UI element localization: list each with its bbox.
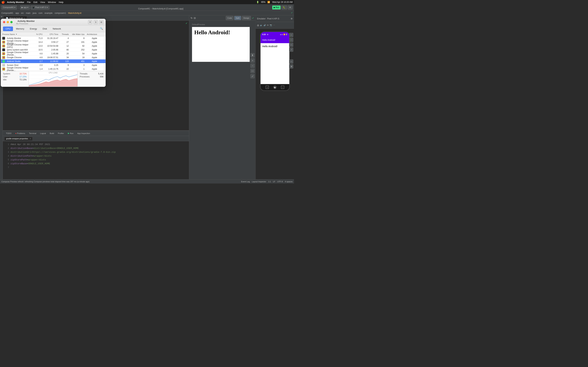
menu-window[interactable]: Window: [48, 1, 56, 3]
status-message: Compose Preview refresh: refreshing Comp…: [1, 181, 89, 183]
phone-statusbar: 9:20 ⚙ ▲▲ 📶 🔋: [260, 32, 289, 37]
tab-problems[interactable]: ●Problems: [14, 131, 27, 136]
stat-user-label: User:: [3, 75, 8, 78]
table-row[interactable]: Google Chrome Helper (Rende... 4.6 1:45.…: [1, 52, 105, 56]
tab-gradle-wrapper[interactable]: gradle-wrapper.properties ×: [4, 137, 33, 141]
phone-home-btn[interactable]: ⬤: [273, 86, 277, 89]
screenshot-icon[interactable]: 📷: [270, 24, 272, 26]
am-close-btn[interactable]: [3, 21, 5, 23]
row-icon: [2, 60, 5, 63]
preview-download-btn[interactable]: ⬇: [251, 53, 255, 57]
am-view-icon-btn[interactable]: ⊞: [99, 20, 104, 24]
am-tab-memory[interactable]: Memory: [13, 26, 27, 31]
app-selector[interactable]: ▶ app ▾: [20, 5, 30, 10]
status-event-log[interactable]: Event Log: [241, 181, 250, 183]
design-view-btn[interactable]: Design: [242, 16, 251, 20]
code-view-btn[interactable]: Code: [226, 16, 233, 20]
rotate-icon[interactable]: ⟳: [267, 24, 269, 26]
device-selector[interactable]: 📱 Pixel 4 API S ▾: [31, 5, 50, 10]
am-tab-network[interactable]: Network: [50, 26, 64, 31]
menu-file[interactable]: File: [27, 1, 31, 3]
col-idle[interactable]: Idle Wake Ups: [69, 33, 85, 35]
emulator-zoom-out-btn[interactable]: −: [289, 38, 293, 42]
more-icon[interactable]: ⋯: [273, 24, 275, 26]
col-process-name[interactable]: Process Name ▼: [2, 33, 32, 35]
phone-recent-btn[interactable]: □: [281, 86, 284, 89]
table-row[interactable]: Google Chrome Helper (GPU) 13.0 10:54:54…: [1, 44, 105, 48]
preview-zoom-in-btn[interactable]: +: [251, 58, 255, 63]
emulator-snap2-btn[interactable]: 1:1: [289, 59, 293, 64]
tab-logcat[interactable]: Logcat: [38, 131, 48, 136]
phone-frame: 9:20 ⚙ ▲▲ 📶 🔋 Hello Android! Hello Andro…: [260, 32, 290, 91]
row-name: Google Chrome: [2, 56, 32, 59]
tab-todo[interactable]: TODO: [4, 131, 13, 136]
am-tab-energy[interactable]: Energy: [27, 26, 40, 31]
preview-zoom-out-btn[interactable]: −: [251, 64, 255, 68]
stat-user: User: 17.15%: [3, 75, 26, 78]
split-icon[interactable]: ⊟: [194, 17, 196, 19]
preview-content: DefaultPreview Hello Android!: [189, 21, 256, 179]
col-cpu[interactable]: % CPU: [32, 33, 43, 35]
stat-processes-val: 556: [100, 75, 104, 78]
col-arch[interactable]: Architecture: [85, 33, 98, 35]
volume-down-icon[interactable]: 🔉: [260, 24, 262, 26]
split-view-btn[interactable]: Split: [234, 16, 241, 20]
project-selector[interactable]: ComposeM1 ▾: [1, 5, 17, 10]
tab-build[interactable]: Build: [48, 131, 56, 136]
menu-edit[interactable]: Edit: [34, 1, 37, 3]
tab-terminal[interactable]: Terminal: [27, 131, 38, 136]
row-name: Google Chrome Helper (Rende...: [2, 51, 32, 56]
am-chart-label: CPU LOAD: [49, 72, 58, 74]
status-layout-inspector[interactable]: Layout Inspector: [252, 181, 266, 183]
breadcrumb-example[interactable]: example: [45, 12, 52, 14]
am-tab-cpu[interactable]: CPU: [3, 26, 13, 31]
preview-box: Hello Android!: [192, 27, 250, 62]
table-row[interactable]: Google Chrome 4.6 19:08:37.51 34 18 Appl…: [1, 56, 105, 59]
emulator-label: Emulator:: [257, 17, 266, 20]
col-cpu-time[interactable]: CPU Time: [43, 33, 58, 35]
am-search-btn[interactable]: 🔍: [100, 27, 104, 31]
menu-help[interactable]: Help: [59, 1, 63, 3]
preview-fit-btn[interactable]: 1:1: [251, 69, 255, 73]
breadcrumb-src[interactable]: src: [21, 12, 24, 14]
menu-view[interactable]: View: [40, 1, 45, 3]
breadcrumb-project[interactable]: ComposeM1: [1, 12, 13, 14]
refresh-icon[interactable]: ↻: [190, 17, 193, 19]
run-button[interactable]: ▶ Run: [272, 5, 281, 10]
am-tab-disk[interactable]: Disk: [40, 26, 50, 31]
breadcrumb-app[interactable]: app: [15, 12, 19, 14]
phone-icons: ▲▲ 📶 🔋: [280, 33, 287, 35]
emulator-layout-btn[interactable]: 🖥: [289, 64, 293, 68]
col-threads[interactable]: Threads: [58, 33, 69, 35]
am-maximize-btn[interactable]: [10, 21, 13, 23]
emulator-settings-btn[interactable]: ⚙: [291, 17, 293, 20]
apple-menu[interactable]: 🍎: [1, 0, 5, 4]
breadcrumb-composem1[interactable]: composem1: [55, 12, 66, 14]
breadcrumb-java[interactable]: java: [33, 12, 36, 14]
breadcrumb-file[interactable]: MainActivity.kt: [68, 12, 82, 14]
tab-app-inspection[interactable]: App Inspection: [76, 131, 92, 136]
am-minimize-btn[interactable]: [7, 21, 9, 23]
preview-fullscreen-btn[interactable]: ⤢: [251, 74, 255, 78]
table-row[interactable]: Android Studio 2.7 11:09.62 115 451 Appl…: [1, 59, 105, 63]
gradle-content[interactable]: 1 2 3 4 5 6 7 #Wed Apr 28 08:21:34 PDT 2…: [3, 141, 189, 179]
breadcrumb-main[interactable]: main: [26, 12, 30, 14]
volume-up-icon[interactable]: 🔊: [264, 24, 266, 26]
tab-profiler[interactable]: Profiler: [56, 131, 66, 136]
am-title-block: Activity Monitor My Processes: [16, 20, 35, 25]
emulator-fit-btn[interactable]: 1:1: [289, 43, 293, 47]
stat-idle: Idle: 72.13%: [3, 78, 26, 81]
emulator-zoom-in-btn[interactable]: +: [289, 33, 293, 37]
row-threads: 4: [58, 37, 69, 40]
am-info-icon-btn[interactable]: ℹ: [94, 20, 98, 24]
settings-button[interactable]: ⚙: [288, 5, 293, 10]
power-icon[interactable]: ⏻: [257, 24, 259, 26]
breadcrumb-com[interactable]: com: [38, 12, 43, 14]
tab-run[interactable]: ▶Run: [66, 131, 75, 136]
sidebar-icon-project[interactable]: P: [0, 16, 2, 17]
am-close-icon-btn[interactable]: ✕: [88, 20, 92, 24]
debug-button[interactable]: 🐛: [281, 5, 287, 10]
emulator-snap-btn[interactable]: ⤢: [289, 48, 293, 52]
table-row[interactable]: Google Chrome Helper (Rende... 1.4 1:45:…: [1, 67, 105, 71]
phone-back-btn[interactable]: ◁: [266, 86, 269, 89]
